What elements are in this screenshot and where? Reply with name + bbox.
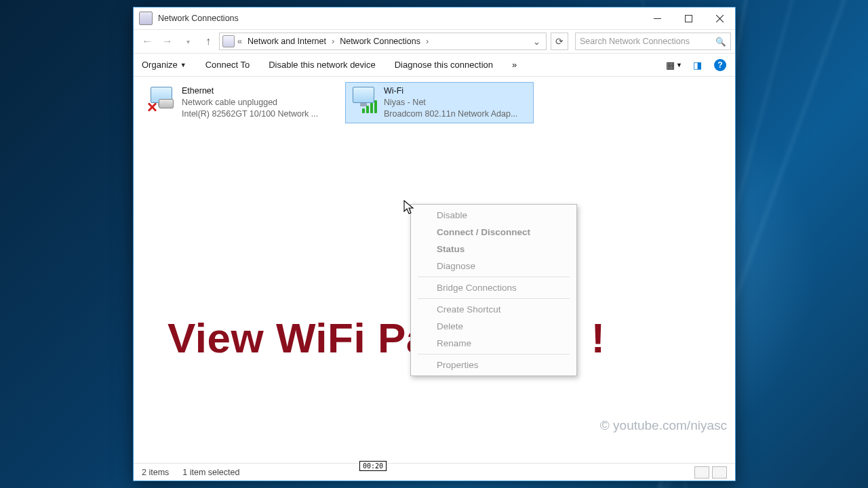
view-options-button[interactable]: ▦▼ <box>666 57 682 73</box>
forward-button: → <box>158 32 177 51</box>
breadcrumb-item[interactable]: Network and Internet <box>245 35 329 47</box>
adapter-name: Wi-Fi <box>384 85 517 97</box>
svg-rect-1 <box>685 15 692 22</box>
adapter-device: Intel(R) 82562GT 10/100 Network ... <box>182 108 318 120</box>
video-timestamp: 00:20 <box>359 461 387 471</box>
ctx-disable[interactable]: Disable <box>412 207 575 224</box>
ctx-bridge[interactable]: Bridge Connections <box>412 279 575 296</box>
ctx-delete[interactable]: Delete <box>412 318 575 335</box>
explorer-window: Network Connections ← → ▾ ↑ « Network an… <box>133 7 736 481</box>
ctx-separator <box>418 277 570 277</box>
ctx-rename[interactable]: Rename <box>412 335 575 352</box>
maximize-button[interactable] <box>673 7 704 29</box>
ctx-create-shortcut[interactable]: Create Shortcut <box>412 301 575 318</box>
disable-device-button[interactable]: Disable this network device <box>267 57 377 73</box>
organize-menu[interactable]: Organize▼ <box>140 57 188 73</box>
connect-to-button[interactable]: Connect To <box>204 57 252 73</box>
ctx-diagnose[interactable]: Diagnose <box>412 258 575 274</box>
signal-bars-icon <box>362 100 377 113</box>
toolbar-overflow[interactable]: » <box>511 57 518 73</box>
breadcrumb[interactable]: « Network and Internet › Network Connect… <box>219 33 547 50</box>
status-item-count: 2 items <box>142 468 169 477</box>
video-watermark: © youtube.com/niyasc <box>600 418 727 433</box>
back-button: ← <box>138 32 157 51</box>
adapter-ethernet[interactable]: Ethernet Network cable unplugged Intel(R… <box>143 82 332 123</box>
ctx-status[interactable]: Status <box>412 241 575 258</box>
refresh-button[interactable]: ⟳ <box>551 33 568 50</box>
context-menu: Disable Connect / Disconnect Status Diag… <box>410 204 577 376</box>
ctx-separator <box>418 298 570 299</box>
address-bar: ← → ▾ ↑ « Network and Internet › Network… <box>134 29 735 54</box>
content-area[interactable]: Ethernet Network cable unplugged Intel(R… <box>134 77 735 463</box>
disconnected-x-icon <box>146 102 157 113</box>
window-icon <box>139 12 153 25</box>
status-bar: 2 items 1 item selected <box>134 463 735 481</box>
minimize-button[interactable] <box>642 7 673 29</box>
search-placeholder: Search Network Connections <box>580 37 690 46</box>
status-selected-count: 1 item selected <box>182 468 239 477</box>
mouse-cursor-icon <box>403 200 416 216</box>
view-icons-button[interactable] <box>712 466 727 479</box>
wifi-icon <box>349 85 378 113</box>
help-button[interactable]: ? <box>712 57 728 73</box>
search-icon: 🔍 <box>715 37 726 47</box>
diagnose-button[interactable]: Diagnose this connection <box>393 57 494 73</box>
breadcrumb-sep: › <box>330 37 336 46</box>
breadcrumb-item[interactable]: Network Connections <box>337 35 423 47</box>
breadcrumb-dropdown[interactable]: ⌄ <box>530 37 543 47</box>
titlebar: Network Connections <box>134 7 735 29</box>
recent-dropdown[interactable]: ▾ <box>178 32 197 51</box>
adapter-status: Niyas - Net <box>384 97 517 108</box>
ctx-separator <box>418 354 570 354</box>
breadcrumb-prefix: « <box>236 37 243 46</box>
ctx-connect-disconnect[interactable]: Connect / Disconnect <box>412 224 575 241</box>
ctx-properties[interactable]: Properties <box>412 357 575 373</box>
ethernet-icon <box>146 85 176 113</box>
view-details-button[interactable] <box>694 466 709 479</box>
adapter-name: Ethernet <box>182 85 318 97</box>
search-box[interactable]: Search Network Connections 🔍 <box>575 33 731 50</box>
breadcrumb-sep: › <box>425 37 430 46</box>
preview-pane-button[interactable]: ◨ <box>689 57 705 73</box>
adapter-wifi[interactable]: Wi-Fi Niyas - Net Broadcom 802.11n Netwo… <box>345 82 534 123</box>
command-toolbar: Organize▼ Connect To Disable this networ… <box>134 54 735 77</box>
adapter-status: Network cable unplugged <box>182 97 318 108</box>
up-button[interactable]: ↑ <box>199 32 218 51</box>
window-title: Network Connections <box>158 14 642 23</box>
close-button[interactable] <box>704 7 735 29</box>
adapter-device: Broadcom 802.11n Network Adap... <box>384 108 517 120</box>
location-icon <box>222 35 235 47</box>
